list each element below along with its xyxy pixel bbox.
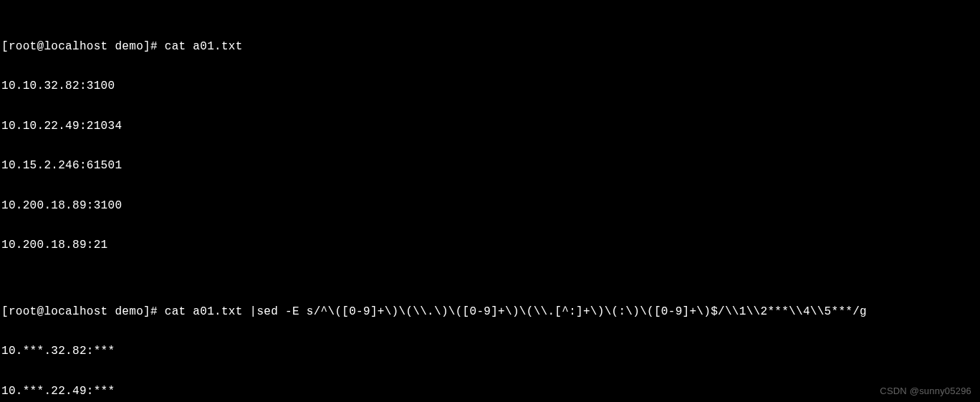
output-line: 10.***.22.49:*** xyxy=(1,385,979,398)
prompt-line: [root@localhost demo]# cat a01.txt |sed … xyxy=(1,305,979,319)
output-line: 10.10.32.82:3100 xyxy=(1,80,979,93)
shell-prompt: [root@localhost demo]# xyxy=(1,40,165,53)
output-line: 10.10.22.49:21034 xyxy=(1,120,979,133)
command-text: cat a01.txt |sed -E s/^\([0-9]+\)\(\\.\)… xyxy=(165,305,867,318)
watermark-text: CSDN @sunny05296 xyxy=(880,385,971,398)
shell-prompt: [root@localhost demo]# xyxy=(1,305,165,318)
output-line: 10.200.18.89:3100 xyxy=(1,199,979,213)
command-text: cat a01.txt xyxy=(165,40,243,53)
output-line: 10.***.32.82:*** xyxy=(1,345,979,358)
output-line: 10.200.18.89:21 xyxy=(1,239,979,252)
output-line: 10.15.2.246:61501 xyxy=(1,159,979,173)
terminal-window[interactable]: [root@localhost demo]# cat a01.txt 10.10… xyxy=(0,0,980,402)
prompt-line: [root@localhost demo]# cat a01.txt xyxy=(1,40,979,54)
